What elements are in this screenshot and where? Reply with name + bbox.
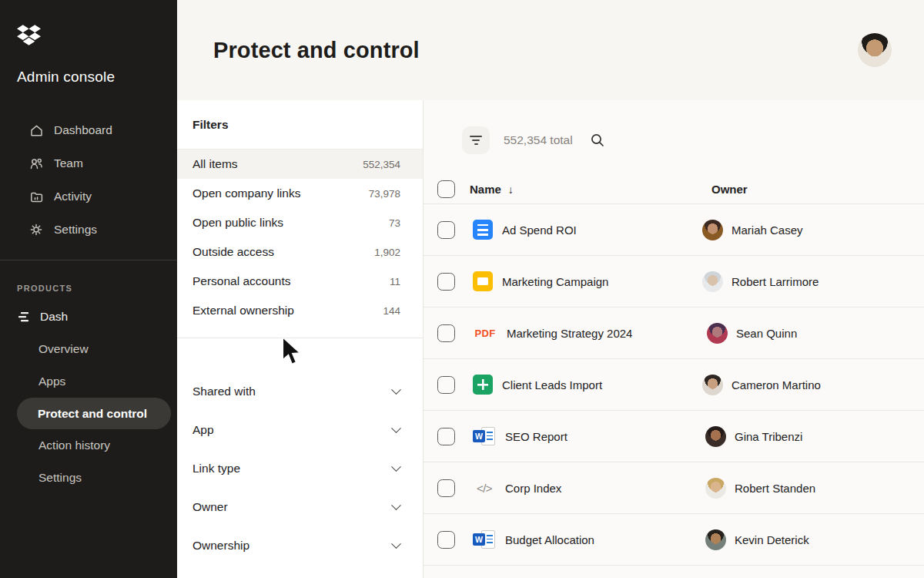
filter-group[interactable]: Link type <box>177 449 423 488</box>
row-checkbox[interactable] <box>437 428 455 445</box>
owner-avatar <box>702 271 723 292</box>
owner-name: Gina Tribenzi <box>735 430 802 443</box>
row-checkbox[interactable] <box>437 479 455 497</box>
filter-item-count: 552,354 <box>363 159 400 170</box>
sidebar-subitem[interactable]: Action history <box>0 429 174 462</box>
filter-groups: Shared with App Link type <box>177 372 423 578</box>
gear-icon <box>29 223 43 237</box>
sidebar-item-dashboard[interactable]: Dashboard <box>29 113 166 146</box>
team-icon <box>29 156 43 170</box>
filter-item[interactable]: All items 552,354 <box>177 150 423 179</box>
table-row: </> Corp Index Robert Standen <box>424 462 924 514</box>
sidebar-item-dash[interactable]: Dash <box>0 301 177 333</box>
table-body: Ad Spend ROI Mariah Casey <box>424 204 924 566</box>
search-button[interactable] <box>590 133 605 148</box>
table-row: SEO Report Gina Tribenzi <box>424 411 924 462</box>
filter-group[interactable]: People <box>177 565 423 578</box>
chevron-down-icon <box>391 462 401 472</box>
select-all-checkbox[interactable] <box>437 180 455 198</box>
owner-cell: Sean Quinn <box>707 323 797 344</box>
main-column: Protect and control Filters All items 55… <box>177 0 924 578</box>
dropbox-logo-icon <box>17 25 41 45</box>
filter-item-count: 1,902 <box>374 247 400 258</box>
owner-cell: Cameron Martino <box>702 375 821 395</box>
gdoc-icon <box>473 220 493 240</box>
sidebar-subitem[interactable]: Overview <box>0 333 174 365</box>
table-toolbar: 552,354 total <box>462 126 924 154</box>
file-name[interactable]: Marketing Strategy 2024 <box>507 327 707 340</box>
chevron-down-icon <box>391 423 401 433</box>
sidebar-item-label: Team <box>54 156 83 170</box>
code-icon: </> <box>473 478 496 498</box>
row-checkbox[interactable] <box>437 324 455 342</box>
filter-item-count: 11 <box>390 276 400 287</box>
filter-group-label: App <box>192 423 214 437</box>
page-title: Protect and control <box>213 38 420 63</box>
admin-console-app: Admin console Dashboard Team <box>0 0 924 578</box>
owner-cell: Gina Tribenzi <box>705 426 802 447</box>
owner-avatar <box>705 478 726 499</box>
owner-name: Cameron Martino <box>732 378 821 391</box>
owner-avatar <box>705 426 726 447</box>
file-name[interactable]: Corp Index <box>505 482 705 495</box>
gslide-icon <box>473 271 493 291</box>
page-header: Protect and control <box>177 0 924 100</box>
sidebar: Admin console Dashboard Team <box>0 0 177 578</box>
file-name[interactable]: Marketing Campaign <box>502 275 702 288</box>
table-row: Budget Allocation Kevin Deterick <box>424 514 924 566</box>
table-row: Ad Spend ROI Mariah Casey <box>424 204 924 256</box>
row-checkbox[interactable] <box>437 531 455 549</box>
filter-item-count: 73,978 <box>369 188 400 200</box>
sort-descending-icon: ↓ <box>508 183 514 196</box>
total-count: 552,354 total <box>504 133 573 147</box>
column-header-name[interactable]: Name ↓ <box>470 183 711 196</box>
owner-name: Robert Larrimore <box>732 275 819 288</box>
sidebar-subitem[interactable]: Settings <box>0 462 174 494</box>
file-name[interactable]: SEO Report <box>505 430 705 443</box>
owner-avatar <box>702 375 723 395</box>
chevron-down-icon <box>391 385 401 395</box>
file-name[interactable]: Ad Spend ROI <box>502 223 702 237</box>
column-header-owner[interactable]: Owner <box>711 183 748 196</box>
file-name[interactable]: Client Leads Import <box>502 378 702 391</box>
filter-item-label: External ownership <box>192 304 294 318</box>
filter-group[interactable]: Shared with <box>177 372 423 411</box>
sidebar-item-settings[interactable]: Settings <box>29 213 166 246</box>
filter-group-label: Ownership <box>192 539 249 553</box>
sidebar-subitem[interactable]: Protect and control <box>17 398 171 429</box>
filter-group[interactable]: App <box>177 411 423 449</box>
sidebar-item-team[interactable]: Team <box>29 146 166 180</box>
filter-item[interactable]: External ownership 144 <box>177 296 423 325</box>
owner-avatar <box>707 323 728 344</box>
file-name[interactable]: Budget Allocation <box>505 533 705 546</box>
row-checkbox[interactable] <box>437 376 455 394</box>
filter-group[interactable]: Owner <box>177 488 423 526</box>
sidebar-item-activity[interactable]: Activity <box>29 180 166 213</box>
row-checkbox[interactable] <box>437 221 455 239</box>
chevron-down-icon <box>391 500 401 510</box>
filter-item-label: Personal accounts <box>192 274 291 288</box>
sidebar-item-label: Dashboard <box>54 123 112 137</box>
filter-item[interactable]: Open company links 73,978 <box>177 179 423 208</box>
filter-item[interactable]: Personal accounts 11 <box>177 267 423 296</box>
filter-button[interactable] <box>462 126 490 154</box>
products-section-label: PRODUCTS <box>0 260 177 301</box>
table-row: Marketing Campaign Robert Larrimore <box>424 256 924 307</box>
filter-item[interactable]: Outside access 1,902 <box>177 237 423 267</box>
filter-group[interactable]: Ownership <box>177 526 423 565</box>
sidebar-subitem[interactable]: Apps <box>0 365 174 398</box>
filter-item[interactable]: Open public links 73 <box>177 208 423 237</box>
content: Filters All items 552,354 Open company l… <box>177 100 924 578</box>
dash-icon <box>17 311 31 323</box>
word-icon <box>473 529 496 549</box>
owner-name: Robert Standen <box>735 482 815 495</box>
sidebar-subitem-label: Protect and control <box>38 407 147 421</box>
owner-avatar <box>705 529 726 550</box>
filters-heading: Filters <box>177 100 423 150</box>
filter-item-count: 144 <box>383 305 400 317</box>
owner-name: Kevin Deterick <box>735 533 809 546</box>
filter-item-label: Open public links <box>192 216 283 230</box>
row-checkbox[interactable] <box>437 273 455 291</box>
sidebar-subitem-label: Overview <box>38 342 89 356</box>
account-avatar[interactable] <box>858 33 892 67</box>
